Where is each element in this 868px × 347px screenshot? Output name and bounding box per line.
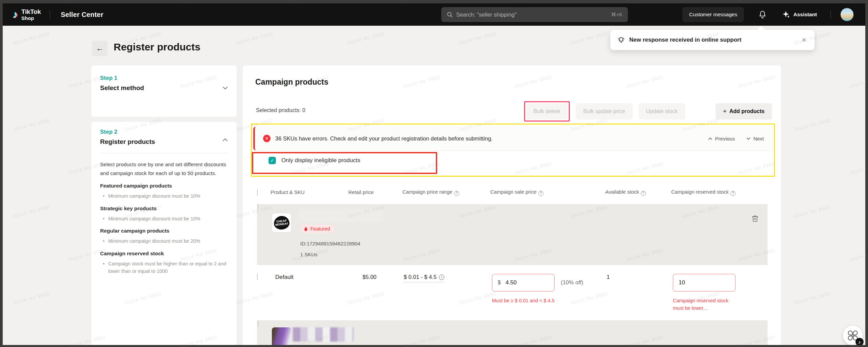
product-id: ID:1729489159462228904 [300,241,360,246]
page-title: Register products [114,41,201,53]
sale-price-error: Must be ≥ $ 0.01 and < $ 4.5 [492,297,560,304]
sku-row: Default $5.00 $ 0.01 - $ 4.5 i $ (10% of… [257,265,768,321]
notification-toast: New response received in online support … [610,30,815,50]
sku-retail-price: $5.00 [348,265,402,320]
step2-title: Register products [100,138,228,146]
help-icon[interactable]: ? [730,191,735,196]
chevron-up-icon[interactable] [222,138,228,142]
currency-prefix: $ [498,280,501,286]
chevron-down-icon [746,137,751,140]
section-bullet: Minimum campaign discount must be 20% [100,237,228,245]
selected-products-count: Selected products: 0 [256,107,305,113]
available-stock-value: 1 [605,265,671,320]
help-icon[interactable]: ? [641,191,646,196]
notifications-bell-icon[interactable] [758,10,767,19]
help-icon[interactable]: ? [538,191,543,196]
select-all-checkbox[interactable] [257,189,258,196]
error-icon: ✕ [263,135,271,142]
campaign-products-panel: Campaign products Selected products: 0 B… [243,65,781,345]
campaign-price-range-value: $ 0.01 - $ 4.5 i [404,274,444,282]
table-header-row: Product & SKU Retail price Campaign pric… [257,180,768,204]
annotation-box-pink: Bulk delete [524,101,570,122]
step1-label: Step 1 [100,75,228,82]
step1-title: Select method [100,84,228,92]
ineligible-filter-label: Only display ineligible products [281,157,360,164]
chevron-up-icon [708,137,712,140]
col-product-sku: Product & SKU [271,189,348,196]
delete-trash-icon[interactable] [751,214,759,222]
discount-note: (10% off) [561,279,583,285]
product-group-row [257,321,768,345]
step2-label: Step 2 [100,129,228,135]
col-retail-price: Retail price [348,189,402,196]
ringing-bell-icon [617,36,625,44]
section-heading: Campaign reserved stock [100,251,228,257]
featured-badge: Featured [300,224,335,233]
nav-divider [830,10,831,19]
product-sku-count: 1 SKUs [300,252,318,257]
step1-card[interactable]: Step 1 Select method [91,65,237,117]
product-image: CHEAP MONDAY [272,213,291,233]
update-stock-button[interactable]: Update stock [639,103,685,120]
toast-message: New response received in online support [629,37,800,43]
tiktok-shop-logo[interactable]: ♪ TikTok Shop Seller Center [13,3,103,26]
chevron-down-icon[interactable] [222,86,228,90]
previous-error-button[interactable]: Previous [708,136,735,142]
next-error-button[interactable]: Next [746,136,764,142]
top-navbar: ♪ TikTok Shop Seller Center Search: "sel… [3,3,865,26]
info-icon[interactable]: i [439,275,444,280]
search-input[interactable]: Search: "seller shipping" ⌘+K [441,7,628,22]
panel-title: Campaign products [255,78,328,87]
plus-icon: + [723,108,727,115]
account-avatar[interactable] [840,8,854,21]
ineligible-filter-checkbox[interactable]: ✓ [268,157,276,164]
reserved-stock-error: Campaign reserved stock must be lower... [673,297,735,312]
assistant-button[interactable]: Assistant [782,10,817,19]
back-button[interactable]: ← [92,41,108,56]
tiktok-note-icon: ♪ [855,338,864,345]
campaign-sale-price-input[interactable] [506,279,539,286]
search-placeholder: Search: "seller shipping" [456,12,611,18]
flame-icon [304,226,308,232]
bulk-delete-button[interactable]: Bulk delete [526,103,568,120]
step2-card: Step 2 Register products Select products… [91,122,237,345]
logo-text-tiktok: TikTok [21,8,41,15]
error-banner-message: 36 SKUs have errors. Check and edit your… [275,135,708,142]
product-name-redacted [293,327,354,342]
section-heading: Regular campaign products [100,228,228,234]
toast-close-icon[interactable]: ✕ [800,35,808,45]
col-campaign-reserved-stock: Campaign reserved stock? [671,189,742,196]
search-icon [447,12,453,18]
product-checkbox[interactable] [258,204,258,210]
sku-checkbox[interactable] [257,274,258,280]
product-image [272,327,291,345]
product-group-row: CHEAP MONDAY Featured ID:172948915946222… [257,204,768,265]
tiktok-helper-widget[interactable]: ♪ [843,326,863,345]
col-campaign-sale-price: Campaign sale price? [490,189,605,196]
toast-pointer [757,26,765,34]
reserved-stock-field [673,274,735,291]
customer-messages-button[interactable]: Customer messages [682,7,744,22]
search-shortcut: ⌘+K [611,12,623,18]
nav-divider [50,10,50,19]
ineligible-filter-row: ✓ Only display ineligible products [268,157,360,164]
sku-name: Default [271,265,348,320]
bulk-update-price-button[interactable]: Bulk update price [576,103,633,120]
app-name: Seller Center [61,11,103,19]
divider [100,153,228,153]
section-heading: Strategic key products [100,205,228,212]
col-campaign-price-range: Campaign price range? [402,189,490,196]
add-products-button[interactable]: + Add products [715,103,772,120]
products-table: Product & SKU Retail price Campaign pric… [257,180,768,345]
section-bullet: Campaign stock must be higher than or eq… [100,260,228,275]
product-checkbox[interactable] [258,320,258,327]
help-icon[interactable]: ? [454,191,459,196]
campaign-sale-price-field: $ [492,274,555,291]
section-bullet: Minimum campaign discount must be 10% [100,192,228,200]
col-available-stock: Available stock? [605,189,671,196]
assistant-label: Assistant [793,12,817,18]
browser-viewport: ♪ TikTok Shop Seller Center Search: "sel… [3,3,865,345]
bulk-actions-row: Bulk delete Bulk update price Update sto… [524,101,772,122]
reserved-stock-input[interactable] [679,279,726,286]
tiktok-note-icon: ♪ [13,9,18,20]
